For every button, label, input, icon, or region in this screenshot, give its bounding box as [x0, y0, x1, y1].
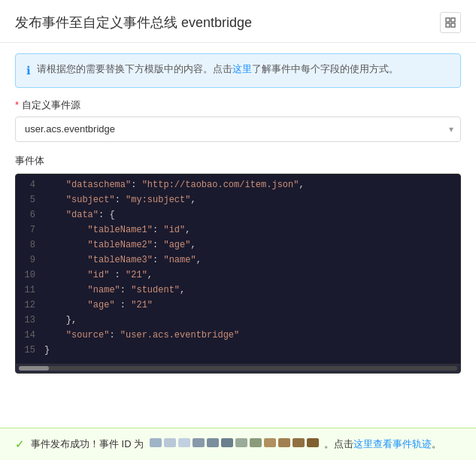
event-source-label: *自定义事件源	[15, 98, 461, 112]
code-line: 15 }	[16, 344, 460, 359]
code-line: 12 "age" : "21"	[16, 299, 460, 314]
code-editor[interactable]: 4 "dataschema": "http://taobao.com/item.…	[15, 174, 461, 374]
expand-button[interactable]	[440, 12, 461, 33]
info-banner: ℹ 请根据您的需要替换下方模版中的内容。点击这里了解事件中每个字段的使用方式。	[15, 53, 461, 88]
code-line: 14 "source": "user.acs.eventbridge"	[16, 329, 460, 344]
svg-rect-0	[446, 18, 450, 22]
event-id-block	[207, 438, 219, 447]
event-source-select[interactable]: user.acs.eventbridge	[15, 117, 461, 142]
success-icon: ✓	[15, 437, 25, 451]
code-content: 4 "dataschema": "http://taobao.com/item.…	[16, 174, 460, 364]
scrollbar-track	[19, 366, 457, 371]
page-title: 发布事件至自定义事件总线 eventbridge	[15, 14, 252, 32]
expand-icon	[445, 17, 456, 28]
header: 发布事件至自定义事件总线 eventbridge	[0, 0, 476, 43]
svg-rect-3	[451, 23, 455, 27]
success-text: 事件发布成功！事件 ID 为 。点击这里查看事件轨迹。	[31, 437, 441, 451]
code-line: 4 "dataschema": "http://taobao.com/item.…	[16, 179, 460, 194]
event-body-section: 事件体 4 "dataschema": "http://taobao.com/i…	[0, 154, 476, 374]
code-line: 11 "name": "student",	[16, 284, 460, 299]
svg-rect-1	[451, 18, 455, 22]
code-line: 7 "tableName1": "id",	[16, 224, 460, 239]
event-id-blocks	[150, 438, 319, 447]
info-icon: ℹ	[26, 62, 31, 80]
code-line: 9 "tableName3": "name",	[16, 254, 460, 269]
horizontal-scrollbar[interactable]	[16, 364, 460, 373]
scrollbar-thumb[interactable]	[19, 366, 49, 371]
event-id-block	[264, 438, 276, 447]
code-line: 10 "id" : "21",	[16, 269, 460, 284]
event-id-block	[293, 438, 305, 447]
info-text: 请根据您的需要替换下方模版中的内容。点击这里了解事件中每个字段的使用方式。	[37, 62, 399, 77]
success-banner: ✓ 事件发布成功！事件 ID 为 。点击这里查看事件轨迹。	[0, 428, 476, 460]
code-line: 5 "subject": "my:subject",	[16, 194, 460, 209]
event-id-block	[164, 438, 176, 447]
info-link[interactable]: 这里	[232, 63, 252, 74]
event-id-block	[307, 438, 319, 447]
page-container: 发布事件至自定义事件总线 eventbridge ℹ 请根据您的需要替换下方模版…	[0, 0, 476, 460]
svg-rect-2	[446, 23, 450, 27]
event-id-block	[278, 438, 290, 447]
event-id-block	[235, 438, 247, 447]
event-id-block	[250, 438, 262, 447]
code-line: 8 "tableName2": "age",	[16, 239, 460, 254]
event-body-label: 事件体	[15, 154, 461, 168]
required-star: *	[15, 99, 19, 110]
event-source-select-wrapper: user.acs.eventbridge ▾	[15, 117, 461, 142]
form-section: *自定义事件源 user.acs.eventbridge ▾	[0, 98, 476, 142]
event-id-block	[150, 438, 162, 447]
code-line: 6 "data": {	[16, 209, 460, 224]
code-line: 13 },	[16, 314, 460, 329]
event-trace-link[interactable]: 这里查看事件轨迹	[353, 438, 432, 449]
event-id-block	[178, 438, 190, 447]
event-id-block	[193, 438, 205, 447]
event-id-block	[221, 438, 233, 447]
